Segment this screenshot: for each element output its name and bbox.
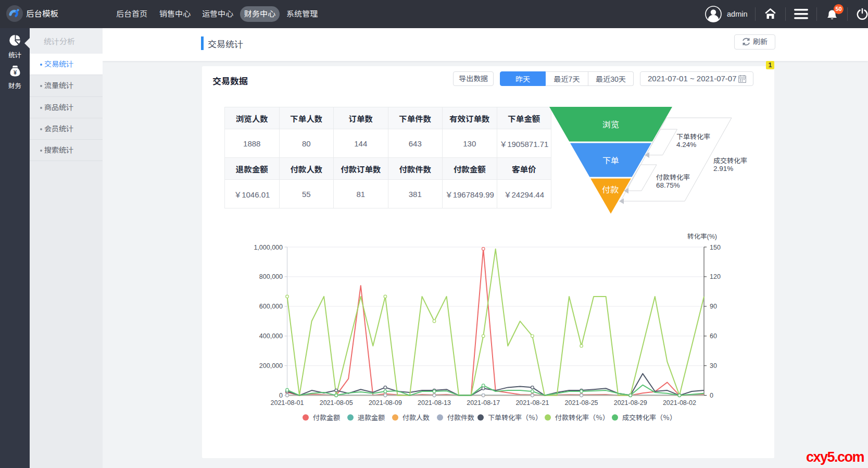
- svg-text:2021-08-09: 2021-08-09: [369, 399, 402, 407]
- svg-text:400,000: 400,000: [259, 332, 283, 340]
- svg-text:2021-08-02: 2021-08-02: [663, 399, 696, 407]
- svg-text:退款金额: 退款金额: [358, 414, 385, 422]
- svg-text:0: 0: [710, 392, 713, 399]
- svg-text:付款人数: 付款人数: [402, 414, 430, 422]
- svg-text:1,000,000: 1,000,000: [254, 244, 283, 251]
- svg-text:90: 90: [710, 303, 717, 310]
- svg-text:200,000: 200,000: [259, 362, 283, 370]
- svg-text:2021-08-25: 2021-08-25: [565, 399, 598, 407]
- svg-text:¥: ¥: [13, 69, 17, 76]
- svg-text:2021-08-13: 2021-08-13: [418, 399, 451, 407]
- svg-text:2021-08-17: 2021-08-17: [467, 399, 500, 407]
- svg-text:付款件数: 付款件数: [447, 414, 474, 422]
- svg-text:转化率(%): 转化率(%): [687, 233, 717, 240]
- svg-text:600,000: 600,000: [259, 303, 283, 310]
- svg-text:120: 120: [710, 273, 721, 280]
- svg-text:2021-08-01: 2021-08-01: [271, 399, 304, 407]
- svg-text:付款转化率（％）: 付款转化率（％）: [555, 414, 609, 422]
- svg-text:150: 150: [710, 244, 721, 251]
- svg-text:2021-08-21: 2021-08-21: [515, 399, 549, 407]
- svg-text:800,000: 800,000: [259, 273, 283, 280]
- svg-text:2021-08-05: 2021-08-05: [320, 399, 353, 407]
- svg-text:下单转化率（％）: 下单转化率（％）: [488, 414, 542, 422]
- svg-text:0: 0: [279, 392, 283, 399]
- svg-text:60: 60: [710, 332, 717, 340]
- svg-text:付款金额: 付款金额: [313, 414, 340, 422]
- svg-text:30: 30: [710, 362, 717, 370]
- svg-text:成交转化率（％）: 成交转化率（％）: [622, 414, 676, 422]
- svg-text:2021-08-29: 2021-08-29: [614, 399, 647, 407]
